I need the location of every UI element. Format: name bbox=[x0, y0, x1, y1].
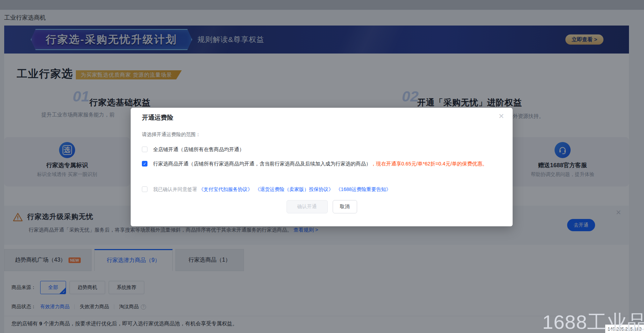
option-expert-products: ✓ 行家选商品开通（店铺所有行家选商品均开通，含当前行家选商品及后续加入成为行家… bbox=[142, 161, 487, 167]
site-watermark: 1688工业品 bbox=[542, 309, 644, 333]
option-label: 全店铺开通（店铺所有在售商品均开通） bbox=[153, 146, 244, 153]
cancel-button[interactable]: 取消 bbox=[333, 200, 357, 213]
modal-title: 开通运费险 bbox=[142, 113, 173, 122]
option-label: 行家选商品开通（店铺所有行家选商品均开通，含当前行家选商品及后续加入成为行家选的… bbox=[153, 161, 371, 166]
checkbox-whole-store[interactable] bbox=[142, 147, 147, 152]
return-insurance-agreement-link[interactable]: 《退货运费险（卖家版）投保协议》 bbox=[255, 186, 333, 192]
agreement-row: 我已确认并同意签署 《支付宝代扣服务协议》 《退货运费险（卖家版）投保协议》 《… bbox=[142, 186, 392, 193]
checkbox-agreement[interactable] bbox=[142, 186, 147, 192]
modal-close-icon[interactable]: ✕ bbox=[498, 112, 504, 120]
freight-insurance-modal: 开通运费险 ✕ 请选择开通运费险的范围： 全店铺开通（店铺所有在售商品均开通） … bbox=[131, 108, 513, 226]
option-whole-store: 全店铺开通（店铺所有在售商品均开通） bbox=[142, 146, 244, 153]
option-discount-highlight: ，现在开通享0.65元/单*62折=0.4元/单的保费优惠。 bbox=[371, 161, 487, 166]
1688-insurance-notice-link[interactable]: 《1688运费险重要告知》 bbox=[336, 186, 391, 192]
modal-prompt: 请选择开通运费险的范围： bbox=[142, 132, 201, 138]
check-icon: ✓ bbox=[143, 162, 146, 166]
checkbox-expert-products[interactable]: ✓ bbox=[142, 161, 147, 166]
agreement-prefix: 我已确认并同意签署 bbox=[153, 186, 197, 192]
alipay-agreement-link[interactable]: 《支付宝代扣服务协议》 bbox=[198, 186, 252, 192]
confirm-open-button[interactable]: 确认开通 bbox=[287, 200, 328, 213]
modal-buttons: 确认开通 取消 bbox=[131, 200, 513, 213]
